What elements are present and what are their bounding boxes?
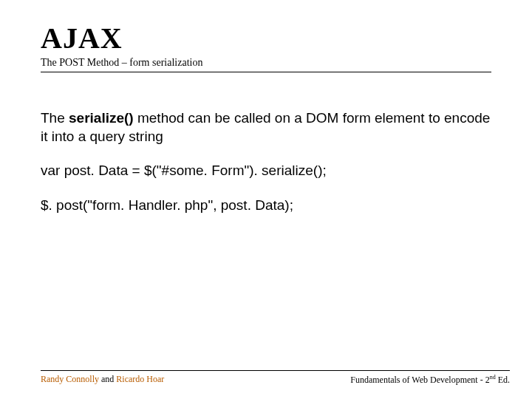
author-1: Randy Connolly xyxy=(41,374,99,384)
book-title-post: Ed. xyxy=(496,375,510,385)
author-2: Ricardo Hoar xyxy=(116,374,164,384)
author-and: and xyxy=(99,374,116,384)
content-area: The serialize() method can be called on … xyxy=(41,109,491,215)
intro-paragraph: The serialize() method can be called on … xyxy=(41,109,491,146)
footer: Randy Connolly and Ricardo Hoar Fundamen… xyxy=(41,370,510,386)
page-title: AJAX xyxy=(41,21,491,55)
code-line-1: var post. Data = $("#some. Form"). seria… xyxy=(41,162,491,180)
book-title-pre: Fundamentals of Web Development - 2 xyxy=(350,375,489,385)
book-edition-sup: nd xyxy=(490,374,496,381)
slide: AJAX The POST Method – form serializatio… xyxy=(0,0,532,399)
serialize-keyword: serialize() xyxy=(69,110,134,126)
page-subtitle: The POST Method – form serialization xyxy=(41,57,491,72)
footer-authors: Randy Connolly and Ricardo Hoar xyxy=(41,374,164,386)
code-line-2: $. post("form. Handler. php", post. Data… xyxy=(41,197,491,215)
footer-book: Fundamentals of Web Development - 2nd Ed… xyxy=(350,374,510,386)
text-pre: The xyxy=(41,110,69,126)
